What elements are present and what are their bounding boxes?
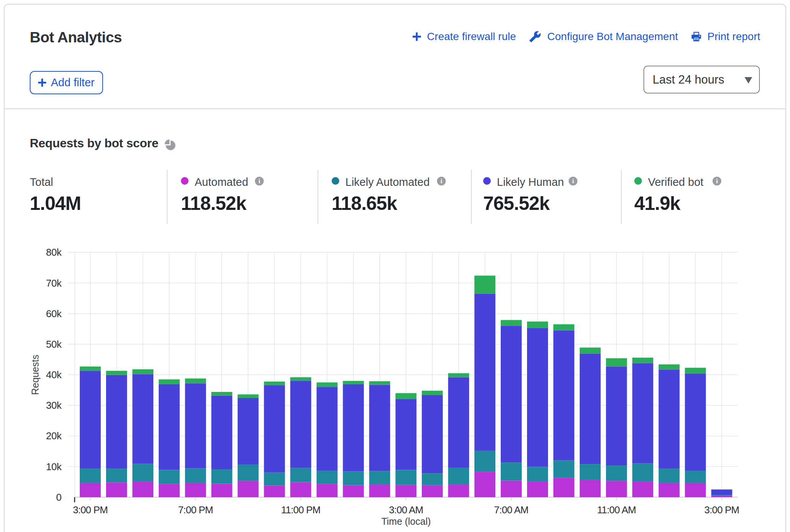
- svg-text:3:00 PM: 3:00 PM: [704, 504, 739, 516]
- svg-text:0: 0: [56, 492, 61, 503]
- svg-text:10k: 10k: [46, 461, 62, 472]
- svg-text:80k: 80k: [46, 247, 62, 258]
- svg-text:40k: 40k: [46, 369, 62, 380]
- svg-text:60k: 60k: [46, 308, 62, 319]
- svg-text:20k: 20k: [46, 430, 62, 442]
- svg-text:7:00 PM: 7:00 PM: [178, 504, 213, 516]
- svg-text:30k: 30k: [46, 400, 62, 411]
- svg-text:50k: 50k: [46, 339, 62, 350]
- svg-text:Time (local): Time (local): [381, 516, 431, 527]
- svg-text:3:00 PM: 3:00 PM: [73, 504, 108, 516]
- svg-text:7:00 AM: 7:00 AM: [494, 504, 529, 516]
- svg-text:11:00 AM: 11:00 AM: [597, 504, 636, 516]
- svg-text:70k: 70k: [46, 277, 62, 289]
- svg-text:Requests: Requests: [30, 355, 40, 395]
- svg-text:11:00 PM: 11:00 PM: [281, 504, 321, 516]
- svg-text:3:00 AM: 3:00 AM: [389, 504, 423, 516]
